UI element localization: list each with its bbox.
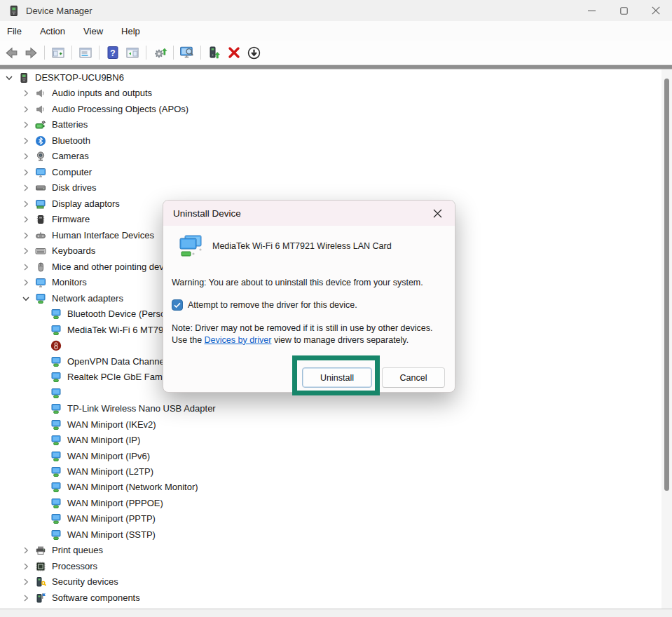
- toolbar-disable-device-button[interactable]: [245, 43, 263, 62]
- computer-root-icon: [18, 72, 29, 83]
- cancel-button[interactable]: Cancel: [382, 367, 445, 388]
- toolbar-scan-hardware-changes-button[interactable]: [178, 43, 196, 62]
- chevron-right-icon[interactable]: [20, 262, 32, 273]
- tree-item-print-queues[interactable]: Print queues: [0, 543, 659, 558]
- remove-driver-label: Attempt to remove the driver for this de…: [188, 300, 357, 310]
- devices-by-driver-link[interactable]: Devices by driver: [205, 335, 272, 345]
- tree-item-label: Monitors: [52, 277, 87, 287]
- tree-item-computer[interactable]: Computer: [0, 165, 659, 180]
- tree-item-label: Firmware: [52, 214, 90, 224]
- network-icon: [50, 435, 62, 446]
- tree-item-bluetooth[interactable]: Bluetooth: [0, 133, 659, 149]
- chevron-down-icon[interactable]: [4, 72, 15, 83]
- dialog-title: Uninstall Device: [173, 208, 241, 219]
- menu-item-view[interactable]: View: [76, 23, 110, 39]
- tree-item-tp-link-wireless-nano-usb-adapter[interactable]: TP-Link Wireless Nano USB Adapter: [0, 401, 659, 416]
- chevron-right-icon[interactable]: [20, 135, 32, 147]
- chevron-right-icon[interactable]: [20, 88, 32, 99]
- dialog-device-name: MediaTek Wi-Fi 6 MT7921 Wireless LAN Car…: [212, 241, 392, 251]
- uninstall-button[interactable]: Uninstall: [302, 367, 372, 388]
- dialog-close-button[interactable]: [427, 203, 448, 223]
- tree-item-label: Audio inputs and outputs: [52, 88, 152, 98]
- tree-item-processors[interactable]: Processors: [0, 559, 659, 574]
- chevron-right-icon[interactable]: [20, 545, 32, 556]
- chevron-right-icon[interactable]: [20, 151, 32, 162]
- chevron-right-icon[interactable]: [20, 230, 32, 241]
- chevron-right-icon[interactable]: [20, 245, 32, 257]
- toolbar-forward-button[interactable]: [22, 43, 40, 62]
- window-properties-icon: [78, 46, 92, 60]
- tree-item-label: WAN Miniport (IP): [67, 435, 140, 445]
- scrollbar-thumb[interactable]: [664, 79, 669, 491]
- maximize-icon: [620, 7, 628, 15]
- tree-item-label: WAN Miniport (L2TP): [67, 466, 153, 477]
- printer-icon: [35, 545, 46, 556]
- network-icon: [50, 482, 62, 493]
- tree-item-audio-inputs-and-outputs[interactable]: Audio inputs and outputs: [0, 86, 659, 101]
- chevron-right-icon[interactable]: [20, 277, 32, 288]
- toolbar-update-device-driver-button[interactable]: [205, 43, 224, 62]
- tree-item-label: Network adapters: [52, 293, 123, 304]
- toolbar-action-pane-button[interactable]: [123, 43, 142, 62]
- red-circle-icon: [50, 340, 62, 351]
- tree-item-desktop-ucu9bn6[interactable]: DESKTOP-UCU9BN6: [0, 70, 659, 86]
- toolbar-properties-button[interactable]: [76, 43, 95, 62]
- chevron-right-icon[interactable]: [20, 167, 32, 178]
- tree-item-audio-processing-objects-apos[interactable]: Audio Processing Objects (APOs): [0, 102, 659, 117]
- tree-item-wan-miniport-l2tp[interactable]: WAN Miniport (L2TP): [0, 464, 659, 480]
- menu-item-help[interactable]: Help: [114, 23, 147, 39]
- menu-item-action[interactable]: Action: [33, 23, 72, 39]
- toolbar-help-button[interactable]: ?: [104, 43, 122, 62]
- tree-item-wan-miniport-pppoe[interactable]: WAN Miniport (PPPOE): [0, 496, 659, 511]
- network-icon: [50, 498, 62, 509]
- tree-item-wan-miniport-ikev2[interactable]: WAN Miniport (IKEv2): [0, 417, 659, 433]
- help-icon: ?: [106, 46, 120, 60]
- minimize-button[interactable]: [575, 0, 608, 21]
- tree-item-wan-miniport-ipv6[interactable]: WAN Miniport (IPv6): [0, 449, 659, 464]
- tree-item-label: WAN Miniport (IKEv2): [67, 419, 156, 430]
- chevron-right-icon[interactable]: [20, 198, 32, 210]
- tree-item-label: TP-Link Wireless Nano USB Adapter: [67, 403, 216, 414]
- remove-driver-checkbox[interactable]: [172, 299, 183, 311]
- tree-item-label: Human Interface Devices: [52, 230, 154, 240]
- maximize-button[interactable]: [608, 0, 640, 21]
- disk-icon: [35, 182, 46, 194]
- tree-item-wan-miniport-sstp[interactable]: WAN Miniport (SSTP): [0, 527, 659, 543]
- toolbar-separator: [146, 46, 146, 60]
- chevron-right-icon[interactable]: [20, 119, 32, 130]
- network-icon: [50, 308, 62, 320]
- tree-item-wan-miniport-pptp[interactable]: WAN Miniport (PPTP): [0, 511, 659, 527]
- tree-item-disk-drives[interactable]: Disk drives: [0, 180, 659, 196]
- toolbar-back-button[interactable]: [2, 43, 20, 62]
- tree-item-label: WAN Miniport (PPTP): [67, 513, 156, 524]
- tree-item-label: Bluetooth: [52, 135, 90, 146]
- chevron-right-icon[interactable]: [20, 576, 32, 588]
- security-icon: [35, 576, 46, 588]
- window-controls: [575, 0, 672, 21]
- chevron-right-icon[interactable]: [20, 182, 32, 194]
- chevron-down-icon[interactable]: [20, 293, 32, 304]
- toolbar-uninstall-device-button[interactable]: [225, 43, 243, 62]
- chevron-right-icon[interactable]: [20, 592, 32, 604]
- toolbar: ?: [0, 41, 672, 65]
- remove-driver-option: Attempt to remove the driver for this de…: [172, 299, 448, 312]
- titlebar: Device Manager: [0, 0, 672, 21]
- svg-text:?: ?: [110, 48, 115, 58]
- chevron-right-icon[interactable]: [20, 104, 32, 115]
- close-button[interactable]: [640, 0, 672, 21]
- chevron-right-icon[interactable]: [20, 214, 32, 225]
- toolbar-show-console-tree-button[interactable]: [49, 43, 67, 62]
- tree-item-security-devices[interactable]: Security devices: [0, 574, 659, 590]
- menu-item-file[interactable]: File: [6, 23, 29, 39]
- vertical-scrollbar[interactable]: [661, 69, 672, 609]
- chevron-right-icon[interactable]: [20, 561, 32, 572]
- tree-item-wan-miniport-ip[interactable]: WAN Miniport (IP): [0, 433, 659, 448]
- red-x-icon: [227, 46, 241, 60]
- firmware-icon: [35, 214, 46, 225]
- device-manager-icon: [8, 5, 20, 17]
- tree-item-cameras[interactable]: Cameras: [0, 149, 659, 164]
- tree-item-batteries[interactable]: Batteries: [0, 117, 659, 133]
- tree-item-software-components[interactable]: Software components: [0, 590, 659, 606]
- tree-item-wan-miniport-network-monitor[interactable]: WAN Miniport (Network Monitor): [0, 480, 659, 495]
- toolbar-update-driver-button[interactable]: [151, 43, 169, 62]
